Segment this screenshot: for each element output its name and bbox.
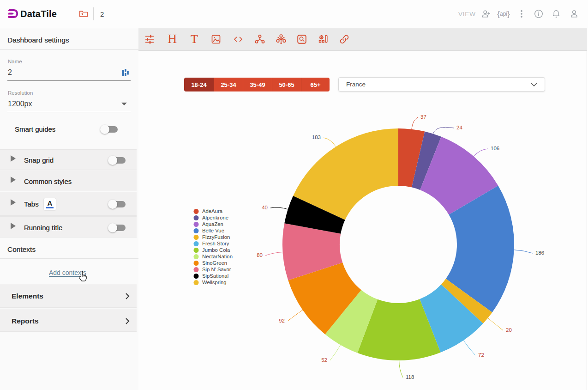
svg-text:Jumbo Cola: Jumbo Cola [202,247,230,253]
svg-text:72: 72 [478,352,484,358]
svg-text:Wellspring: Wellspring [202,280,227,285]
svg-text:Alpenkrone: Alpenkrone [202,215,228,220]
svg-text:80: 80 [257,252,263,258]
svg-text:NectarNation: NectarNation [202,254,233,259]
svg-text:AdeAura: AdeAura [202,208,223,214]
svg-text:SipSational: SipSational [202,273,228,279]
svg-text:52: 52 [321,357,327,363]
svg-text:92: 92 [279,318,285,323]
svg-text:40: 40 [262,205,268,210]
svg-text:118: 118 [406,374,414,380]
svg-text:Sip N' Savor: Sip N' Savor [202,267,231,272]
svg-text:AquaZen: AquaZen [202,221,223,227]
svg-text:SinoGreen: SinoGreen [202,260,227,266]
svg-text:183: 183 [312,134,321,140]
svg-text:37: 37 [420,114,426,120]
svg-text:Fresh Story: Fresh Story [202,241,229,246]
svg-text:Belle Vue: Belle Vue [202,228,224,233]
svg-text:186: 186 [535,250,544,256]
svg-text:FizzyFusion: FizzyFusion [202,234,230,240]
svg-text:24: 24 [456,125,462,130]
svg-text:20: 20 [506,327,512,333]
svg-text:106: 106 [491,146,499,151]
